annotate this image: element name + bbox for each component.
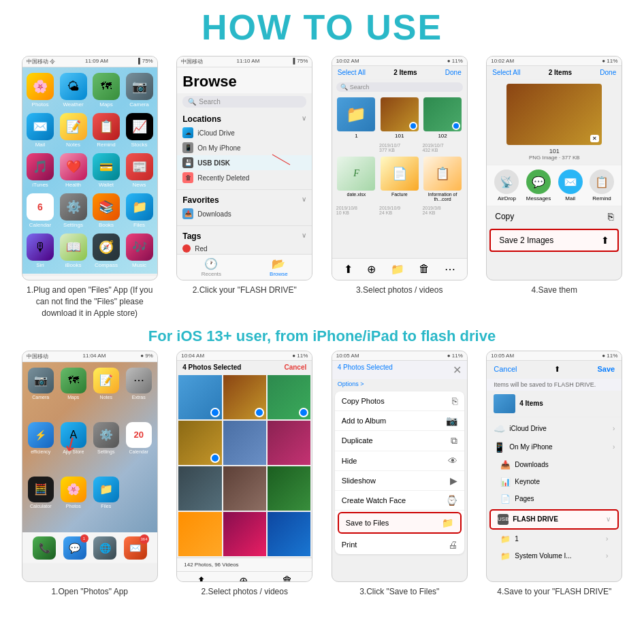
- save-to-files-item[interactable]: Save to Files 📁: [338, 512, 462, 534]
- done-btn[interactable]: Done: [445, 69, 462, 76]
- usb-disk-item[interactable]: 💾 USB DISK: [177, 155, 312, 170]
- app-weather[interactable]: 🌤 Weather: [59, 73, 87, 108]
- photo-cell-5[interactable]: [223, 421, 266, 465]
- add-photos-icon[interactable]: ⊕: [239, 575, 248, 582]
- file-search-box[interactable]: 🔍 Search: [336, 82, 463, 92]
- browse-search-box[interactable]: 🔍 Search: [182, 96, 306, 108]
- app-music[interactable]: 🎶 Music: [125, 234, 153, 268]
- file-xlsx[interactable]: F date.xlsx: [336, 157, 376, 202]
- sysvolume-loc-item[interactable]: 📁 System Volume I... ›: [487, 548, 622, 564]
- airdrop-btn[interactable]: 📡 AirDrop: [494, 170, 519, 202]
- app-siri[interactable]: 🎙 Siri: [27, 234, 54, 268]
- slideshow-item[interactable]: Slideshow ▶: [335, 471, 464, 491]
- photo-cell-1[interactable]: [178, 375, 221, 419]
- app-books2[interactable]: 📖 iBooks: [59, 234, 87, 268]
- save-images-item[interactable]: Save 2 Images ⬆: [489, 229, 619, 252]
- app-news[interactable]: 📰 News: [125, 153, 153, 188]
- keynote-loc-item[interactable]: 📊 Keynote: [487, 474, 622, 491]
- app-extras[interactable]: ⋯ Extras: [125, 368, 153, 418]
- photo-cell-8[interactable]: [223, 466, 266, 511]
- on-my-iphone-loc-item[interactable]: 📱 On My iPhone ›: [487, 438, 622, 457]
- folder-item-1[interactable]: 📁 1: [336, 97, 376, 139]
- duplicate-item[interactable]: Duplicate ⧉: [335, 431, 464, 451]
- app-books[interactable]: 📚 Books: [93, 193, 120, 228]
- app-files2[interactable]: 📁 Files: [92, 477, 120, 527]
- more-icon[interactable]: ⋯: [445, 263, 455, 276]
- tab-recents[interactable]: 🕐 Recents: [202, 257, 221, 277]
- flash-drive-loc-item[interactable]: USB FLASH DRIVE ∨: [489, 509, 619, 530]
- app-calculator[interactable]: 🧮 Calculator: [27, 477, 55, 527]
- on-my-iphone-item[interactable]: 📱 On My iPhone: [177, 140, 312, 155]
- add-album-item[interactable]: Add to Album 📷: [335, 411, 464, 431]
- app-photos2[interactable]: 🌸 Photos: [59, 477, 88, 527]
- folder1-loc-item[interactable]: 📁 1 ›: [487, 531, 622, 548]
- trash-photos-icon[interactable]: 🗑: [282, 575, 293, 582]
- watch-face-item[interactable]: Create Watch Face ⌚: [335, 491, 464, 511]
- photo-cell-9[interactable]: [268, 466, 310, 511]
- cancel-photos-btn[interactable]: Cancel: [284, 364, 306, 371]
- print-item[interactable]: Print 🖨: [335, 535, 464, 554]
- tab-browse[interactable]: 📂 Browse: [270, 257, 288, 277]
- share-photos-icon[interactable]: ⬆: [197, 575, 206, 582]
- app-maps2[interactable]: 🗺 Maps: [59, 368, 88, 418]
- app-camera2[interactable]: 📷 Camera: [27, 368, 55, 418]
- app-notes[interactable]: 📝 Notes: [59, 113, 87, 148]
- photo-cell-2[interactable]: [223, 375, 266, 419]
- app-mail[interactable]: ✉️ Mail: [27, 113, 54, 148]
- options-label[interactable]: Options >: [332, 379, 467, 389]
- select-all-btn[interactable]: Select All: [338, 69, 366, 76]
- downloads-item[interactable]: 📥 Downloads: [177, 206, 312, 221]
- folder-item-102[interactable]: 102: [422, 97, 462, 139]
- app-wallet[interactable]: 💳 Wallet: [93, 153, 120, 188]
- app-efficiency[interactable]: ⚡ efficiency: [27, 422, 55, 472]
- photo-cell-6[interactable]: [268, 421, 310, 465]
- messages-btn[interactable]: 💬 Messages: [526, 170, 551, 202]
- app-settings2[interactable]: ⚙️ Settings: [92, 422, 120, 472]
- photo-cell-10[interactable]: [178, 512, 221, 556]
- done-2[interactable]: Done: [600, 69, 616, 76]
- mail-btn[interactable]: ✉️ Mail: [558, 170, 583, 202]
- select-all-2[interactable]: Select All: [492, 69, 520, 76]
- folder-item-101[interactable]: 101: [379, 97, 419, 139]
- app-notes2[interactable]: 📝 Notes: [92, 368, 120, 418]
- app-calendar2[interactable]: 20 Calendar: [125, 422, 153, 472]
- app-camera[interactable]: 📷 Camera: [125, 73, 153, 108]
- app-itunes[interactable]: 🎵 iTunes: [27, 153, 54, 188]
- recently-deleted-item[interactable]: 🗑 Recently Deleted: [177, 170, 312, 185]
- copy-photos-item[interactable]: Copy Photos ⎘: [335, 391, 464, 411]
- close-share-icon[interactable]: ✕: [453, 364, 462, 376]
- delete-icon[interactable]: 🗑: [419, 263, 430, 276]
- move-icon[interactable]: 📁: [391, 263, 404, 276]
- add-icon[interactable]: ⊕: [367, 263, 376, 276]
- save-btn[interactable]: Save: [598, 365, 615, 373]
- app-photos[interactable]: 🌸 Photos: [27, 73, 54, 108]
- photo-cell-3[interactable]: [268, 375, 310, 419]
- app-compass[interactable]: 🧭 Compass: [93, 234, 120, 268]
- photo-cell-11[interactable]: [223, 512, 266, 556]
- icloud-drive-item[interactable]: ☁ iCloud Drive: [177, 125, 312, 140]
- icloud-loc-item[interactable]: ☁️ iCloud Drive ›: [487, 420, 622, 438]
- cancel-save-btn[interactable]: Cancel: [494, 365, 517, 373]
- app-reminders[interactable]: 📋 Remind: [93, 113, 120, 148]
- share-icon[interactable]: ⬆: [344, 263, 353, 276]
- copy-item[interactable]: Copy ⎘: [487, 206, 622, 227]
- dock-browser2[interactable]: 🌐: [93, 536, 116, 560]
- downloads-loc-item[interactable]: 📥 Downloads: [487, 457, 622, 474]
- photo-cell-12[interactable]: [268, 512, 310, 556]
- dock-messages2[interactable]: 💬 1: [63, 536, 86, 560]
- app-maps[interactable]: 🗺 Maps: [93, 73, 120, 108]
- photo-cell-7[interactable]: [178, 466, 221, 511]
- hide-item[interactable]: Hide 👁: [335, 451, 464, 471]
- file-info[interactable]: 📋 Information of th...cord: [422, 157, 462, 202]
- reminders-btn[interactable]: 📋 Remind: [590, 170, 614, 202]
- photo-cell-4[interactable]: [178, 421, 221, 465]
- file-facture[interactable]: 📄 Facture: [379, 157, 419, 202]
- app-calendar[interactable]: 6 Calendar: [27, 193, 54, 228]
- app-stocks[interactable]: 📈 Stocks: [125, 113, 153, 148]
- app-files[interactable]: 📁 Files: [125, 193, 153, 228]
- dock-mail2[interactable]: ✉️ 364: [124, 536, 147, 560]
- red-tag-item[interactable]: Red: [177, 242, 312, 255]
- app-settings[interactable]: ⚙️ Settings: [59, 193, 87, 228]
- app-health[interactable]: ❤️ Health: [59, 153, 87, 188]
- dock-phone2[interactable]: 📞: [33, 536, 56, 560]
